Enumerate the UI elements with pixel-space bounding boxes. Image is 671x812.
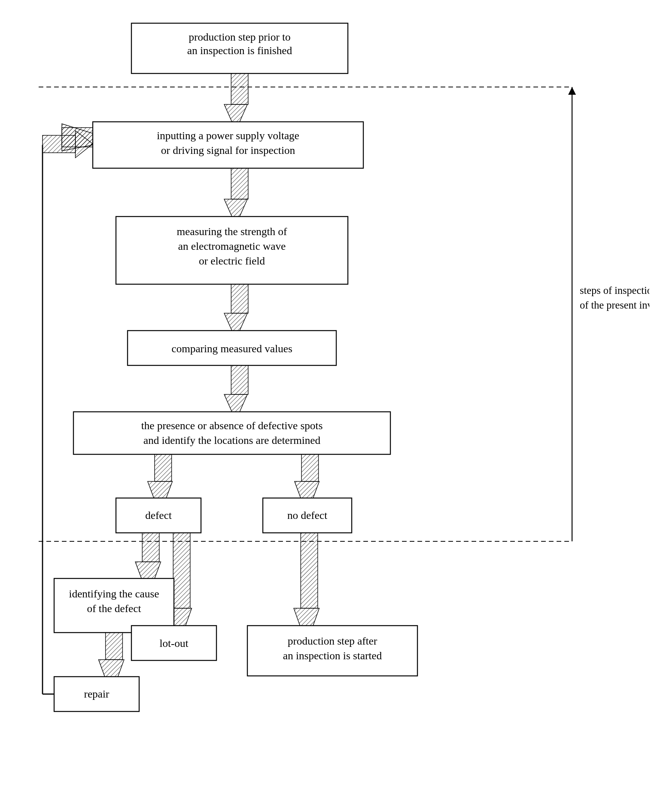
svg-text:repair: repair bbox=[84, 688, 109, 700]
svg-rect-55 bbox=[43, 135, 75, 153]
svg-marker-24 bbox=[224, 313, 247, 331]
svg-rect-40 bbox=[142, 533, 159, 562]
svg-marker-45 bbox=[294, 608, 319, 626]
svg-text:production step prior to: production step prior to bbox=[189, 31, 291, 43]
svg-rect-44 bbox=[301, 533, 318, 608]
svg-text:no defect: no defect bbox=[287, 509, 327, 521]
svg-rect-34 bbox=[301, 454, 318, 481]
svg-rect-17 bbox=[231, 168, 248, 199]
svg-text:of the present invention: of the present invention bbox=[580, 299, 649, 311]
svg-marker-7 bbox=[568, 87, 576, 95]
svg-text:measuring the strength of: measuring the strength of bbox=[177, 225, 287, 237]
svg-marker-35 bbox=[295, 481, 319, 498]
svg-text:or electric field: or electric field bbox=[199, 255, 265, 267]
flowchart-container: production step prior to an inspection i… bbox=[23, 15, 649, 797]
svg-rect-27 bbox=[231, 365, 248, 394]
svg-text:an inspection is finished: an inspection is finished bbox=[187, 44, 292, 56]
svg-rect-29 bbox=[73, 412, 390, 454]
svg-marker-11 bbox=[224, 104, 247, 122]
svg-text:of the defect: of the defect bbox=[87, 602, 141, 614]
svg-text:and identify the locations are: and identify the locations are determine… bbox=[143, 434, 320, 446]
svg-text:the presence or absence of def: the presence or absence of defective spo… bbox=[141, 420, 323, 432]
svg-rect-23 bbox=[231, 284, 248, 313]
svg-marker-28 bbox=[224, 394, 247, 412]
svg-text:defect: defect bbox=[145, 509, 172, 521]
svg-rect-10 bbox=[231, 73, 248, 104]
svg-text:inputting a power supply volta: inputting a power supply voltage bbox=[157, 130, 300, 142]
svg-text:or driving signal for inspecti: or driving signal for inspection bbox=[161, 144, 295, 156]
svg-text:identifying the cause: identifying the cause bbox=[69, 588, 159, 600]
svg-marker-18 bbox=[224, 199, 247, 217]
svg-marker-33 bbox=[148, 481, 172, 498]
svg-text:comparing measured values: comparing measured values bbox=[172, 343, 293, 355]
svg-rect-49 bbox=[106, 633, 123, 660]
svg-text:an inspection is started: an inspection is started bbox=[283, 650, 382, 662]
svg-text:an electromagnetic wave: an electromagnetic wave bbox=[178, 240, 286, 252]
svg-marker-50 bbox=[99, 660, 124, 677]
svg-marker-41 bbox=[135, 562, 161, 578]
svg-text:lot-out: lot-out bbox=[160, 637, 189, 649]
svg-rect-42 bbox=[173, 533, 190, 608]
svg-text:steps of inspection: steps of inspection bbox=[580, 285, 649, 296]
svg-rect-32 bbox=[155, 454, 172, 481]
svg-text:production step after: production step after bbox=[288, 635, 377, 647]
